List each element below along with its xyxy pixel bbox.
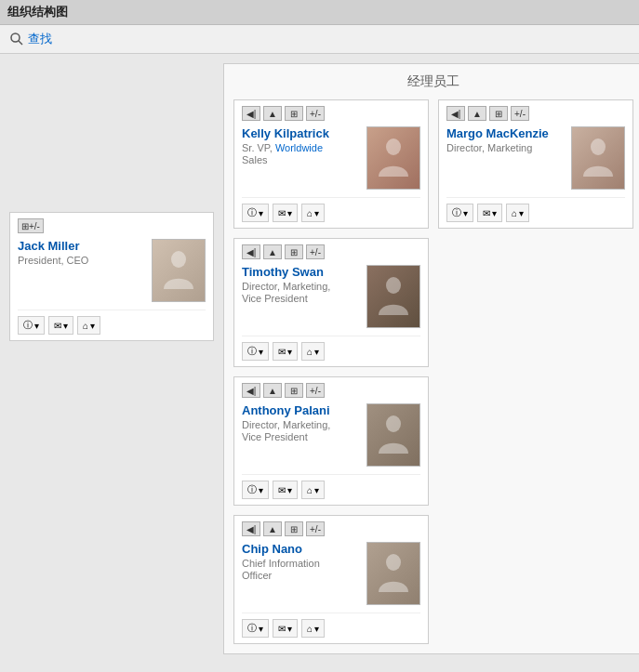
kelly-photo bbox=[366, 126, 420, 190]
info-arrow: ▾ bbox=[34, 321, 39, 331]
margo-email-btn[interactable]: ✉▾ bbox=[477, 204, 502, 222]
nav-up-icon-t: ▲ bbox=[268, 247, 277, 257]
kelly-title1: Sr. VP, Worldwide bbox=[242, 142, 359, 153]
svg-line-1 bbox=[19, 41, 22, 45]
root-employee-title: President, CEO bbox=[18, 255, 144, 266]
margo-card-content: Margo MacKenzie Director, Marketing bbox=[446, 126, 625, 190]
anthony-nav-left-btn[interactable]: ◀| bbox=[242, 383, 260, 398]
anthony-title1: Director, Marketing, bbox=[242, 419, 359, 430]
chip-person-icon bbox=[375, 550, 412, 597]
root-card-info: Jack Miller President, CEO bbox=[18, 239, 144, 267]
employee-card-margo: ◀| ▲ ⊞ +/- Margo MacKenzie Director, Mar… bbox=[438, 99, 633, 229]
timothy-nav-left-btn[interactable]: ◀| bbox=[242, 244, 260, 259]
timothy-org-icon: ⌂ bbox=[307, 347, 313, 357]
margo-org-btn[interactable]: ⌂▾ bbox=[506, 204, 529, 222]
chip-nav-up-btn[interactable]: ▲ bbox=[263, 521, 282, 536]
margo-expand-icon: ⊞ bbox=[495, 109, 502, 119]
anthony-email-btn[interactable]: ✉▾ bbox=[273, 481, 298, 499]
margo-title1: Director, Marketing bbox=[446, 142, 564, 153]
nav-left-icon: ◀| bbox=[246, 109, 257, 119]
margo-person-icon bbox=[579, 135, 617, 181]
margo-toggle-btn[interactable]: +/- bbox=[511, 106, 529, 121]
anthony-email-icon: ✉ bbox=[278, 485, 286, 495]
kelly-info-icon: ⓘ bbox=[247, 206, 257, 219]
right-cards-row: ◀| ▲ ⊞ +/- Kelly Kilpatrick Sr. VP, Worl… bbox=[233, 99, 633, 644]
timothy-card-info: Timothy Swan Director, Marketing, Vice P… bbox=[242, 265, 359, 305]
nav-left-icon-m: ◀| bbox=[451, 109, 461, 119]
chip-email-icon: ✉ bbox=[278, 624, 286, 634]
timothy-email-icon: ✉ bbox=[278, 347, 286, 357]
timothy-expand-icon: ⊞ bbox=[290, 247, 298, 257]
anthony-person-icon bbox=[375, 412, 412, 458]
chip-action-bar: ⓘ▾ ✉▾ ⌂▾ bbox=[242, 613, 420, 638]
root-toggle-icon: +/- bbox=[29, 221, 40, 231]
margo-email-icon: ✉ bbox=[483, 208, 490, 218]
kelly-org-btn[interactable]: ⌂▾ bbox=[301, 204, 325, 222]
timothy-info-btn[interactable]: ⓘ▾ bbox=[242, 342, 269, 361]
nav-up-icon-m: ▲ bbox=[473, 109, 482, 119]
search-icon-wrap: 查找 bbox=[9, 31, 52, 47]
kelly-nav-left-btn[interactable]: ◀| bbox=[242, 106, 260, 121]
margo-org-icon: ⌂ bbox=[512, 208, 517, 218]
svg-point-6 bbox=[386, 554, 401, 571]
chip-nav-left-btn[interactable]: ◀| bbox=[242, 521, 260, 536]
margo-toolbar: ◀| ▲ ⊞ +/- bbox=[446, 106, 625, 121]
chip-title2: Officer bbox=[242, 570, 359, 581]
root-org-btn[interactable]: ⌂ ▾ bbox=[77, 316, 100, 335]
chip-expand-icon: ⊞ bbox=[290, 524, 298, 534]
svg-point-3 bbox=[386, 138, 401, 155]
search-icon bbox=[9, 32, 24, 46]
side-cards-column: ◀| ▲ ⊞ +/- Margo MacKenzie Director, Mar… bbox=[438, 99, 633, 644]
chip-info-btn[interactable]: ⓘ▾ bbox=[242, 619, 269, 638]
anthony-expand-icon: ⊞ bbox=[290, 386, 298, 396]
timothy-title2: Vice President bbox=[242, 293, 359, 304]
anthony-nav-up-btn[interactable]: ▲ bbox=[263, 383, 282, 398]
kelly-action-bar: ⓘ▾ ✉▾ ⌂▾ bbox=[242, 197, 420, 222]
chip-toggle-btn[interactable]: +/- bbox=[306, 521, 325, 536]
timothy-expand-btn[interactable]: ⊞ bbox=[285, 244, 303, 259]
root-email-btn[interactable]: ✉ ▾ bbox=[48, 316, 73, 335]
chip-info-icon: ⓘ bbox=[247, 622, 257, 635]
nav-up-icon: ▲ bbox=[268, 109, 277, 119]
margo-expand-btn[interactable]: ⊞ bbox=[489, 106, 508, 121]
timothy-person-icon bbox=[375, 273, 412, 320]
kelly-info-btn[interactable]: ⓘ▾ bbox=[242, 204, 269, 222]
timothy-name: Timothy Swan bbox=[242, 265, 359, 279]
find-link[interactable]: 查找 bbox=[28, 31, 52, 47]
anthony-org-btn[interactable]: ⌂▾ bbox=[301, 481, 325, 499]
timothy-email-btn[interactable]: ✉▾ bbox=[273, 342, 298, 361]
root-info-btn[interactable]: ⓘ ▾ bbox=[18, 316, 45, 335]
employee-card-kelly: ◀| ▲ ⊞ +/- Kelly Kilpatrick Sr. VP, Worl… bbox=[233, 99, 429, 229]
chip-email-btn[interactable]: ✉▾ bbox=[273, 619, 298, 638]
anthony-info-btn[interactable]: ⓘ▾ bbox=[242, 481, 269, 499]
nav-left-icon-t: ◀| bbox=[246, 247, 257, 257]
kelly-toggle-btn[interactable]: +/- bbox=[306, 106, 325, 121]
timothy-action-bar: ⓘ▾ ✉▾ ⌂▾ bbox=[242, 336, 420, 361]
timothy-nav-up-btn[interactable]: ▲ bbox=[263, 244, 282, 259]
root-employee-card: ⊞ +/- Jack Miller President, CEO bbox=[9, 212, 214, 341]
org-icon: ⌂ bbox=[83, 321, 88, 331]
anthony-action-bar: ⓘ▾ ✉▾ ⌂▾ bbox=[242, 474, 420, 499]
kelly-nav-up-btn[interactable]: ▲ bbox=[263, 106, 282, 121]
timothy-toggle-btn[interactable]: +/- bbox=[306, 244, 325, 259]
kelly-toggle-icon: +/- bbox=[310, 109, 321, 119]
chip-org-btn[interactable]: ⌂▾ bbox=[301, 619, 325, 638]
margo-nav-up-btn[interactable]: ▲ bbox=[468, 106, 486, 121]
kelly-expand-btn[interactable]: ⊞ bbox=[285, 106, 303, 121]
kelly-org-icon: ⌂ bbox=[307, 208, 313, 218]
anthony-expand-btn[interactable]: ⊞ bbox=[285, 383, 303, 398]
kelly-expand-icon: ⊞ bbox=[290, 109, 298, 119]
info-icon: ⓘ bbox=[23, 319, 33, 332]
kelly-toolbar: ◀| ▲ ⊞ +/- bbox=[242, 106, 420, 121]
margo-info-btn[interactable]: ⓘ▾ bbox=[446, 204, 473, 222]
chip-card-info: Chip Nano Chief Information Officer bbox=[242, 542, 359, 582]
kelly-email-btn[interactable]: ✉▾ bbox=[273, 204, 298, 222]
chip-name: Chip Nano bbox=[242, 542, 359, 556]
anthony-toggle-btn[interactable]: +/- bbox=[306, 383, 325, 398]
root-expand-btn[interactable]: ⊞ +/- bbox=[18, 218, 44, 233]
kelly-title2: Sales bbox=[242, 154, 359, 165]
left-panel: ⊞ +/- Jack Miller President, CEO bbox=[9, 63, 223, 654]
timothy-org-btn[interactable]: ⌂▾ bbox=[301, 342, 325, 361]
margo-nav-left-btn[interactable]: ◀| bbox=[446, 106, 465, 121]
chip-expand-btn[interactable]: ⊞ bbox=[285, 521, 303, 536]
